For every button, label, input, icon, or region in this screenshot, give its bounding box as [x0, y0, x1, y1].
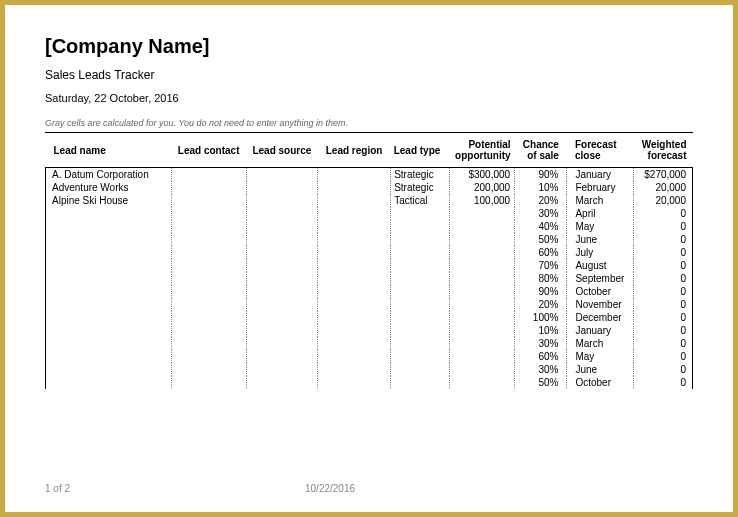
cell: May	[567, 220, 634, 233]
cell	[391, 363, 450, 376]
cell	[391, 376, 450, 389]
cell	[246, 376, 317, 389]
cell	[317, 168, 390, 182]
table-row: 50%June0	[46, 233, 693, 246]
cell: January	[567, 324, 634, 337]
cell: Strategic	[391, 181, 450, 194]
cell	[449, 298, 514, 311]
cell	[171, 272, 246, 285]
cell	[449, 363, 514, 376]
cell: 0	[634, 311, 693, 324]
cell: 100,000	[449, 194, 514, 207]
cell	[46, 337, 172, 350]
col-forecast-close: Forecast close	[567, 133, 634, 168]
cell: 0	[634, 246, 693, 259]
cell: 0	[634, 363, 693, 376]
table-row: 30%March0	[46, 337, 693, 350]
table-row: 30%June0	[46, 363, 693, 376]
cell	[46, 207, 172, 220]
table-row: 20%November0	[46, 298, 693, 311]
table-row: 100%December0	[46, 311, 693, 324]
cell	[317, 220, 390, 233]
cell	[171, 311, 246, 324]
cell: 0	[634, 298, 693, 311]
cell	[317, 259, 390, 272]
cell	[391, 220, 450, 233]
cell	[317, 181, 390, 194]
cell: October	[567, 285, 634, 298]
table-header-row: Lead name Lead contact Lead source Lead …	[46, 133, 693, 168]
cell: March	[567, 194, 634, 207]
cell: 20%	[515, 298, 567, 311]
table-row: A. Datum CorporationStrategic$300,00090%…	[46, 168, 693, 182]
cell	[391, 324, 450, 337]
cell: Strategic	[391, 168, 450, 182]
cell: February	[567, 181, 634, 194]
cell	[46, 298, 172, 311]
cell	[449, 233, 514, 246]
cell	[171, 285, 246, 298]
cell: 0	[634, 285, 693, 298]
cell	[391, 207, 450, 220]
page-title: [Company Name]	[45, 35, 693, 58]
cell	[46, 311, 172, 324]
col-lead-source: Lead source	[246, 133, 317, 168]
cell	[46, 233, 172, 246]
cell	[317, 233, 390, 246]
document-page: [Company Name] Sales Leads Tracker Satur…	[5, 5, 733, 512]
cell: 0	[634, 259, 693, 272]
cell: 20,000	[634, 181, 693, 194]
footer-date: 10/22/2016	[305, 483, 355, 494]
cell	[246, 194, 317, 207]
report-date: Saturday, 22 October, 2016	[45, 92, 693, 104]
cell	[317, 207, 390, 220]
cell	[46, 259, 172, 272]
leads-table-wrap: Lead name Lead contact Lead source Lead …	[45, 132, 693, 389]
cell: October	[567, 376, 634, 389]
cell: June	[567, 363, 634, 376]
cell	[171, 298, 246, 311]
cell: 30%	[515, 207, 567, 220]
cell	[171, 337, 246, 350]
cell	[391, 285, 450, 298]
table-row: 70%August0	[46, 259, 693, 272]
cell	[317, 285, 390, 298]
cell: $300,000	[449, 168, 514, 182]
cell: May	[567, 350, 634, 363]
note-text: Gray cells are calculated for you. You d…	[45, 118, 693, 128]
cell: 70%	[515, 259, 567, 272]
cell	[449, 259, 514, 272]
page-subtitle: Sales Leads Tracker	[45, 68, 693, 82]
cell	[171, 168, 246, 182]
cell: 30%	[515, 337, 567, 350]
table-row: 60%May0	[46, 350, 693, 363]
table-row: 60%July0	[46, 246, 693, 259]
cell	[246, 259, 317, 272]
cell	[171, 363, 246, 376]
cell	[171, 376, 246, 389]
table-row: 50%October0	[46, 376, 693, 389]
cell: Alpine Ski House	[46, 194, 172, 207]
cell: 0	[634, 272, 693, 285]
cell: 0	[634, 337, 693, 350]
cell: A. Datum Corporation	[46, 168, 172, 182]
cell: 60%	[515, 350, 567, 363]
cell: 0	[634, 207, 693, 220]
cell: 30%	[515, 363, 567, 376]
cell	[246, 285, 317, 298]
cell: June	[567, 233, 634, 246]
cell: 90%	[515, 285, 567, 298]
cell	[246, 324, 317, 337]
cell	[449, 220, 514, 233]
cell	[317, 246, 390, 259]
cell	[246, 337, 317, 350]
cell	[246, 350, 317, 363]
cell: 100%	[515, 311, 567, 324]
table-row: Adventure WorksStrategic200,00010%Februa…	[46, 181, 693, 194]
cell	[317, 324, 390, 337]
cell: 60%	[515, 246, 567, 259]
cell	[317, 337, 390, 350]
cell: August	[567, 259, 634, 272]
cell	[246, 298, 317, 311]
cell	[391, 233, 450, 246]
